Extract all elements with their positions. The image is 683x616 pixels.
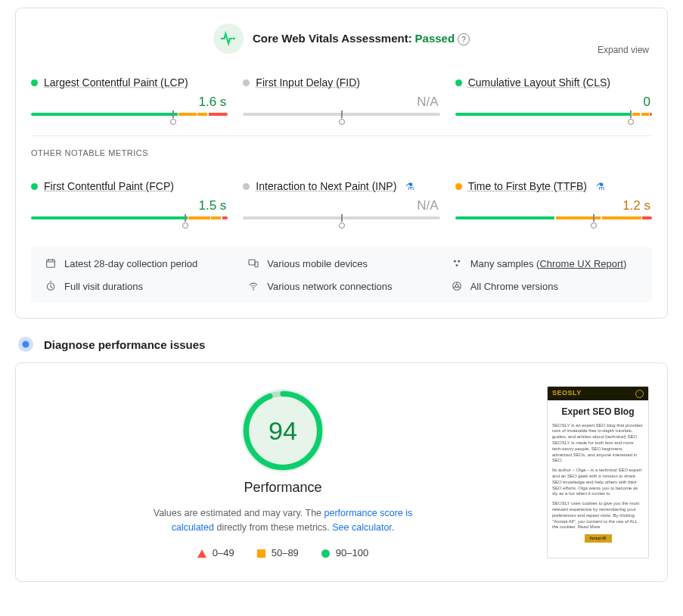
note-samples: Many samples (Chrome UX Report) (451, 257, 638, 269)
metric-value: 1.5 s (31, 198, 226, 213)
metric-value: N/A (243, 198, 438, 213)
preview-title: Expert SEO Blog (548, 400, 648, 423)
circle-icon (321, 549, 330, 558)
diagnose-title: Diagnose performance issues (44, 338, 205, 351)
svg-point-5 (458, 260, 460, 263)
score-legend: 0–49 50–89 90–100 (197, 547, 368, 558)
metric: First Contentful Paint (FCP) 1.5 s (31, 180, 228, 224)
svg-rect-3 (255, 262, 258, 267)
primary-metrics-row: Largest Contentful Paint (LCP) 1.6 s Fir… (16, 54, 667, 135)
status-dot (455, 183, 462, 190)
metric-name[interactable]: Largest Contentful Paint (LCP) (44, 76, 188, 89)
performance-description: Values are estimated and may vary. The p… (147, 506, 419, 535)
metric: Largest Contentful Paint (LCP) 1.6 s (31, 76, 228, 120)
svg-point-6 (455, 264, 458, 266)
status-dot (455, 79, 462, 86)
page-preview: SEOSLY Expert SEO Blog SEOSLY is an expe… (547, 386, 649, 558)
diagnose-header: Diagnose performance issues (18, 337, 665, 352)
clock-icon (45, 280, 57, 292)
legend-good: 90–100 (321, 547, 368, 558)
preview-logo: SEOSLY (552, 389, 582, 398)
performance-score: 94 (241, 389, 324, 472)
metric: Interaction to Next Paint (INP) ⚗ N/A (243, 180, 439, 224)
svg-point-0 (233, 38, 235, 40)
expand-view-link[interactable]: Expand view (598, 45, 649, 55)
metric-value: 1.2 s (455, 198, 650, 213)
metric-bar (31, 113, 228, 120)
svg-rect-2 (249, 260, 255, 265)
preview-body: SEOSLY is an expert SEO blog that provid… (548, 423, 648, 543)
cwv-card: Core Web Vitals Assessment: Passed ? Exp… (15, 8, 668, 319)
metric-name[interactable]: Interaction to Next Paint (INP) (256, 180, 396, 192)
preview-accept-button: Accept All (585, 534, 612, 543)
preview-header: SEOSLY (548, 387, 648, 400)
metric-value: 0 (455, 95, 650, 110)
search-icon (635, 390, 644, 398)
devices-icon (247, 257, 259, 269)
svg-point-4 (454, 260, 456, 263)
performance-gauge: 94 (241, 389, 324, 472)
performance-label: Performance (244, 480, 321, 496)
metric-bar (243, 216, 439, 224)
note-period: Latest 28-day collection period (45, 257, 232, 269)
crux-link[interactable]: Chrome UX Report (539, 258, 623, 269)
metric-name[interactable]: Time to First Byte (TTFB) (468, 180, 587, 192)
note-network: Various network connections (247, 280, 435, 292)
svg-point-8 (253, 289, 254, 291)
wifi-icon (247, 280, 259, 292)
metric: First Input Delay (FID) N/A (243, 76, 439, 120)
other-metrics-label: OTHER NOTABLE METRICS (16, 136, 667, 157)
status-dot (243, 183, 250, 190)
note-versions: All Chrome versions (451, 280, 638, 292)
performance-summary: 94 Performance Values are estimated and … (34, 386, 532, 558)
metric-bar (243, 113, 439, 120)
samples-icon (451, 257, 463, 269)
cwv-title-prefix: Core Web Vitals Assessment: (253, 32, 412, 45)
cwv-title-row: Core Web Vitals Assessment: Passed ? (253, 32, 470, 46)
status-dot (243, 79, 250, 86)
status-dot (31, 183, 38, 190)
vitals-icon (213, 23, 244, 54)
note-durations: Full visit durations (45, 280, 232, 292)
svg-rect-1 (47, 260, 55, 267)
legend-bad: 0–49 (197, 547, 234, 558)
metric-bar (31, 216, 228, 224)
triangle-icon (197, 549, 206, 558)
calendar-icon (45, 257, 57, 269)
collection-notes: Latest 28-day collection period Various … (31, 247, 652, 303)
pulse-icon (18, 337, 33, 352)
metric-value: 1.6 s (31, 95, 226, 110)
chrome-icon (451, 280, 463, 292)
metric-bar (455, 216, 652, 224)
cwv-header: Core Web Vitals Assessment: Passed ? Exp… (16, 8, 667, 54)
metric-name[interactable]: First Input Delay (FID) (256, 76, 360, 89)
metric-bar (455, 113, 652, 120)
square-icon (257, 549, 265, 558)
metric-name[interactable]: First Contentful Paint (FCP) (44, 180, 174, 192)
metric: Time to First Byte (TTFB) ⚗ 1.2 s (455, 180, 652, 224)
flask-icon: ⚗ (405, 181, 414, 192)
cwv-status: Passed (415, 32, 455, 45)
status-dot (31, 79, 38, 86)
metric: Cumulative Layout Shift (CLS) 0 (455, 76, 652, 120)
legend-mid: 50–89 (257, 547, 299, 558)
svg-point-10 (455, 285, 458, 288)
metric-name[interactable]: Cumulative Layout Shift (CLS) (468, 76, 610, 89)
other-metrics-row: First Contentful Paint (FCP) 1.5 s Inter… (16, 157, 667, 239)
help-icon[interactable]: ? (458, 33, 470, 45)
calculator-link[interactable]: See calculator (332, 522, 392, 533)
performance-card: 94 Performance Values are estimated and … (15, 362, 668, 582)
note-devices: Various mobile devices (247, 257, 435, 269)
metric-value: N/A (243, 95, 438, 110)
flask-icon: ⚗ (596, 181, 605, 192)
